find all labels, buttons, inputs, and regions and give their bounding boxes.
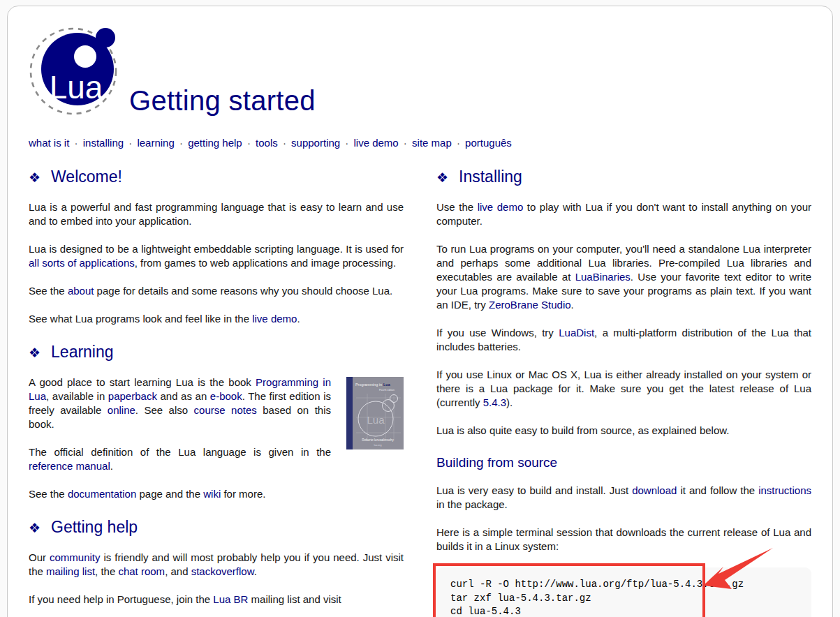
section-heading-learning: ❖Learning: [29, 345, 404, 360]
link-mailing-list[interactable]: mailing list: [46, 565, 95, 577]
book-publisher: lua.org: [374, 444, 382, 447]
nav-separator: ·: [280, 137, 289, 149]
book-edition: Fourth edition: [379, 389, 395, 392]
link-online[interactable]: online: [108, 404, 135, 416]
diamond-icon: ❖: [29, 170, 40, 185]
logo-text: Lua: [50, 69, 103, 105]
paragraph: To run Lua programs on your computer, yo…: [436, 242, 811, 312]
book-cover[interactable]: Lua Programming inLua Fourth edition Rob…: [346, 377, 404, 449]
link-e-book[interactable]: e-book: [210, 390, 242, 402]
paragraph: Our community is friendly and will most …: [29, 551, 404, 579]
link-luabinaries[interactable]: LuaBinaries: [575, 271, 631, 283]
paragraph: See what Lua programs look and feel like…: [29, 312, 404, 326]
link-programming-in-lua[interactable]: Programming in Lua: [29, 376, 331, 402]
book-spine: [346, 377, 353, 449]
paragraph: Here is a simple terminal session that d…: [436, 526, 811, 553]
link-documentation[interactable]: documentation: [68, 488, 136, 500]
nav-separator: ·: [342, 137, 351, 149]
page-container: Lua Getting started what is it · install…: [7, 6, 833, 617]
link-live-demo[interactable]: live demo: [478, 201, 524, 213]
nav-link-what-is-it[interactable]: what is it: [29, 137, 69, 149]
paragraph: Use the live demo to play with Lua if yo…: [436, 200, 811, 228]
subsection-heading-building-from-source: Building from source: [436, 456, 811, 470]
link-lua-br[interactable]: Lua BR: [213, 593, 248, 605]
paragraph: Lua is very easy to build and install. J…: [436, 484, 811, 512]
nav-link-live-demo[interactable]: live demo: [354, 137, 399, 149]
terminal-session: curl -R -O http://www.lua.org/ftp/lua-5.…: [436, 567, 811, 617]
link-luadist[interactable]: LuaDist: [559, 327, 594, 339]
content-columns: ❖Welcome!Lua is a powerful and fast prog…: [29, 170, 811, 617]
diamond-icon: ❖: [29, 345, 40, 360]
nav-separator: ·: [71, 137, 80, 149]
paragraph: Lua is also quite easy to build from sou…: [436, 424, 811, 438]
diamond-icon: ❖: [436, 170, 448, 185]
paragraph: Lua is designed to be a lightweight embe…: [29, 242, 404, 270]
nav-link-site-map[interactable]: site map: [412, 137, 452, 149]
paragraph: If you use Windows, try LuaDist, a multi…: [436, 326, 811, 354]
nav-separator: ·: [454, 137, 463, 149]
diamond-icon: ❖: [29, 521, 40, 535]
paragraph: Lua Programming inLua Fourth edition Rob…: [29, 376, 404, 431]
nav: what is it · installing · learning · get…: [29, 137, 811, 149]
nav-link-learning[interactable]: learning: [137, 137, 174, 149]
left-column: ❖Welcome!Lua is a powerful and fast prog…: [29, 170, 404, 617]
paragraph: Lua is a powerful and fast programming l…: [29, 200, 404, 228]
nav-link-getting-help[interactable]: getting help: [188, 137, 242, 149]
paragraph: If you use Linux or Mac OS X, Lua is eit…: [436, 368, 811, 410]
nav-separator: ·: [126, 137, 135, 149]
logo-satellite-circle: [96, 28, 115, 47]
paragraph: If you need help in Portuguese, join the…: [29, 593, 404, 607]
nav-separator: ·: [401, 137, 410, 149]
link-wiki[interactable]: wiki: [203, 488, 221, 500]
link-reference-manual[interactable]: reference manual: [29, 460, 110, 472]
section-heading-getting-help: ❖Getting help: [29, 520, 404, 535]
section-heading-welcome: ❖Welcome!: [29, 170, 404, 185]
page-title: Getting started: [129, 85, 316, 117]
paragraph: See the documentation page and the wiki …: [29, 487, 404, 501]
book-author: Roberto Ierusalimschy: [362, 438, 394, 442]
paragraph: The official definition of the Lua langu…: [29, 445, 404, 473]
lua-logo[interactable]: Lua: [29, 27, 119, 118]
code-block: curl -R -O http://www.lua.org/ftp/lua-5.…: [436, 567, 811, 617]
link-paperback[interactable]: paperback: [108, 390, 157, 402]
link-all-sorts-of-applications[interactable]: all sorts of applications: [29, 257, 135, 269]
link-download[interactable]: download: [632, 484, 677, 496]
nav-link-portugu-s[interactable]: português: [465, 137, 512, 149]
section-heading-installing: ❖Installing: [436, 170, 811, 185]
nav-separator: ·: [177, 137, 186, 149]
link-instructions[interactable]: instructions: [758, 484, 811, 496]
link-community[interactable]: community: [50, 551, 101, 563]
nav-link-tools[interactable]: tools: [256, 137, 278, 149]
link-chat-room[interactable]: chat room: [118, 565, 165, 577]
nav-link-installing[interactable]: installing: [83, 137, 124, 149]
logo-moon-hole: [74, 45, 96, 68]
nav-separator: ·: [244, 137, 253, 149]
nav-link-supporting[interactable]: supporting: [291, 137, 340, 149]
book-title: Programming inLua: [355, 382, 391, 387]
link-5-4-3[interactable]: 5.4.3: [483, 396, 506, 408]
link-course-notes[interactable]: course notes: [194, 404, 257, 416]
link-about[interactable]: about: [68, 285, 94, 297]
paragraph: See the about page for details and some …: [29, 284, 404, 298]
book-sketch-lua-text: Lua: [367, 414, 385, 426]
link-live-demo[interactable]: live demo: [252, 313, 297, 325]
link-zerobrane-studio[interactable]: ZeroBrane Studio: [489, 299, 571, 311]
right-column: ❖InstallingUse the live demo to play wit…: [436, 170, 811, 617]
header: Lua Getting started: [29, 27, 811, 118]
link-stackoverflow[interactable]: stackoverflow: [191, 565, 254, 577]
